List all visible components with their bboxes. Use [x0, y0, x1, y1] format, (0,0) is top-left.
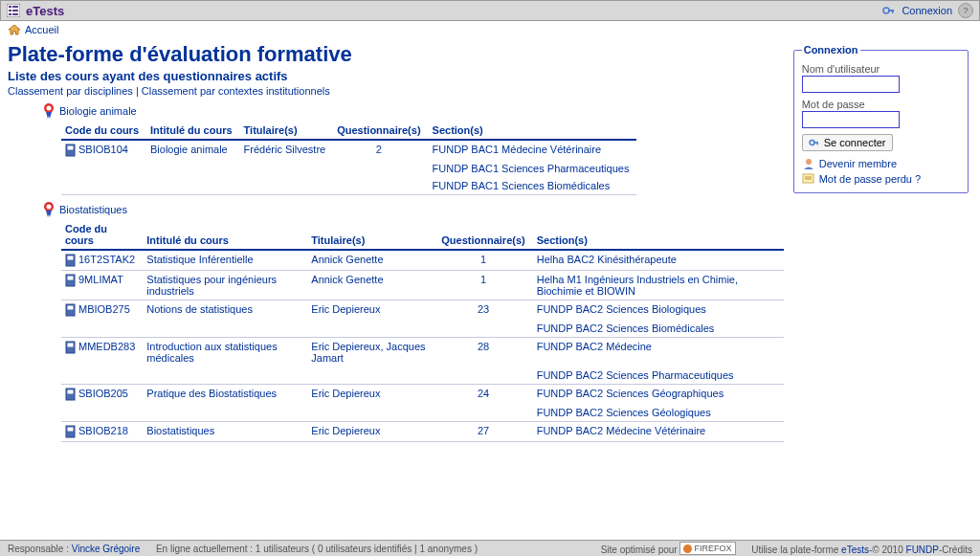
app-title: eTests — [26, 4, 64, 18]
breadcrumb: Accueil — [0, 21, 980, 38]
course-code-link[interactable]: SBIOB218 — [78, 425, 128, 436]
teacher-link[interactable]: Eric Depiereux — [311, 303, 380, 315]
course-title-link[interactable]: Statistiques pour ingénieurs industriels — [146, 274, 277, 297]
svg-marker-18 — [46, 211, 52, 217]
top-bar: eTests Connexion ? — [0, 0, 980, 21]
teacher-link[interactable]: Annick Genette — [311, 274, 383, 285]
table-row: 16T2STAK2Statistique InférentielleAnnick… — [61, 250, 784, 271]
section-link[interactable]: Helha M1 Ingénieurs Industriels en Chimi… — [537, 274, 738, 297]
login-button-label: Se connecter — [824, 137, 886, 148]
username-input[interactable] — [802, 76, 900, 93]
home-icon — [8, 24, 21, 35]
svg-rect-33 — [816, 142, 817, 145]
medal-icon — [42, 201, 56, 218]
col-intitule: Intitulé du cours — [146, 122, 240, 140]
svg-rect-22 — [68, 277, 74, 280]
quest-count-link[interactable]: 1 — [480, 274, 486, 285]
help-icon[interactable]: ? — [958, 3, 973, 18]
main-content: Plate-forme d'évaluation formative Liste… — [0, 38, 791, 442]
section-link[interactable]: FUNDP BAC2 Sciences Pharmaceutiques — [537, 369, 734, 381]
course-title-link[interactable]: Pratique des Biostatistiques — [146, 388, 277, 399]
password-input[interactable] — [802, 111, 900, 128]
key-icon — [882, 5, 896, 16]
svg-rect-28 — [68, 390, 74, 394]
discipline-link[interactable]: Biologie animale — [59, 105, 137, 117]
svg-rect-4 — [12, 10, 18, 11]
course-title-link[interactable]: Statistique Inférentielle — [146, 254, 253, 265]
section-link[interactable]: FUNDP BAC2 Médecine Vétérinaire — [537, 425, 705, 436]
quest-count-link[interactable]: 24 — [478, 388, 489, 399]
section-link[interactable]: Helha BAC2 Kinésithérapeute — [537, 254, 677, 265]
quest-count-link[interactable]: 27 — [478, 425, 489, 436]
teacher-link[interactable]: Eric Depiereux, Jacques Jamart — [311, 341, 425, 364]
footer-resp-link[interactable]: Vincke Grégoire — [72, 544, 141, 554]
section-link[interactable]: FUNDP BAC1 Médecine Vétérinaire — [433, 144, 601, 155]
medal-icon — [42, 102, 56, 120]
teacher-link[interactable]: Annick Genette — [311, 254, 383, 265]
discipline-header: Biologie animale — [42, 102, 784, 120]
course-code-link[interactable]: MBIOB275 — [78, 303, 130, 315]
table-row: FUNDP BAC2 Sciences Géologiques — [61, 404, 784, 422]
firefox-badge[interactable]: FIREFOX — [679, 542, 735, 555]
section-link[interactable]: FUNDP BAC2 Sciences Géographiques — [537, 388, 724, 399]
quest-count-link[interactable]: 23 — [478, 303, 489, 315]
sort-links: Classement par disciplines | Classement … — [8, 85, 784, 97]
course-title-link[interactable]: Biostatistiques — [146, 425, 214, 436]
svg-rect-20 — [68, 256, 74, 260]
svg-rect-15 — [68, 146, 74, 150]
col-intitule: Intitulé du cours — [143, 220, 307, 250]
login-box: Connexion Nom d'utilisateur Mot de passe… — [793, 44, 969, 193]
table-row: 9MLIMATStatistiques pour ingénieurs indu… — [61, 271, 784, 300]
book-icon — [65, 341, 77, 354]
course-title-link[interactable]: Notions de statistiques — [146, 303, 253, 315]
forgot-link[interactable]: Mot de passe perdu ? — [819, 173, 921, 185]
table-row: MBIOB275Notions de statistiquesEric Depi… — [61, 300, 784, 321]
book-icon — [65, 254, 77, 267]
quest-count-link[interactable]: 1 — [480, 254, 486, 265]
table-row: FUNDP BAC1 Sciences Biomédicales — [61, 177, 636, 195]
svg-rect-9 — [892, 10, 894, 13]
section-link[interactable]: FUNDP BAC1 Sciences Biomédicales — [433, 180, 611, 191]
table-row: SBIOB104 Biologie animale Frédéric Silve… — [61, 140, 636, 160]
section-link[interactable]: FUNDP BAC2 Sciences Biomédicales — [537, 322, 715, 334]
connexion-link[interactable]: Connexion — [902, 5, 952, 16]
course-code-link[interactable]: MMEDB283 — [78, 341, 135, 352]
quest-count-link[interactable]: 2 — [376, 144, 382, 155]
svg-marker-13 — [46, 112, 52, 119]
course-code-link[interactable]: 16T2STAK2 — [78, 254, 135, 265]
section-link[interactable]: FUNDP BAC1 Sciences Pharmaceutiques — [433, 163, 630, 174]
col-code: Code du cours — [61, 220, 143, 250]
footer-fundp-link[interactable]: FUNDP — [906, 545, 939, 555]
teacher-link[interactable]: Eric Depiereux — [311, 425, 380, 436]
footer-resp-label: Responsable : — [8, 544, 69, 554]
login-button[interactable]: Se connecter — [802, 134, 893, 151]
sort-disciplines-link[interactable]: Classement par disciplines — [8, 85, 133, 97]
course-code-link[interactable]: SBIOB205 — [78, 388, 128, 399]
sort-context-link[interactable]: Classement par contextes institutionnels — [142, 85, 330, 97]
register-link[interactable]: Devenir membre — [819, 158, 897, 169]
section-link[interactable]: FUNDP BAC2 Médecine — [537, 341, 652, 352]
course-code-link[interactable]: SBIOB104 — [78, 144, 128, 155]
col-section: Section(s) — [533, 220, 784, 250]
footer-copy: -© 2010 — [869, 545, 903, 555]
quest-count-link[interactable]: 28 — [478, 341, 489, 352]
footer-credits: -Crédits — [939, 545, 972, 555]
discipline-link[interactable]: Biostatistiques — [59, 204, 127, 215]
footer-etests-link[interactable]: eTests — [841, 545, 869, 555]
svg-point-34 — [806, 159, 812, 165]
book-icon — [65, 303, 77, 317]
teacher-link[interactable]: Frédéric Silvestre — [244, 144, 326, 155]
breadcrumb-home[interactable]: Accueil — [25, 24, 58, 35]
course-code-link[interactable]: 9MLIMAT — [78, 274, 123, 285]
book-icon — [65, 274, 77, 287]
course-title-link[interactable]: Introduction aux statistiques médicales — [146, 341, 277, 364]
table-row: SBIOB205Pratique des BiostatistiquesEric… — [61, 385, 784, 405]
section-link[interactable]: FUNDP BAC2 Sciences Géologiques — [537, 407, 711, 418]
app-menu-icon[interactable] — [7, 4, 20, 17]
footer-online: En ligne actuellement : 1 utilisateurs (… — [156, 544, 478, 554]
book-icon — [65, 144, 77, 157]
course-title-link[interactable]: Biologie animale — [150, 144, 228, 155]
section-link[interactable]: FUNDP BAC2 Sciences Biologiques — [537, 303, 706, 315]
teacher-link[interactable]: Eric Depiereux — [311, 388, 380, 399]
col-titulaire: Titulaire(s) — [307, 220, 437, 250]
